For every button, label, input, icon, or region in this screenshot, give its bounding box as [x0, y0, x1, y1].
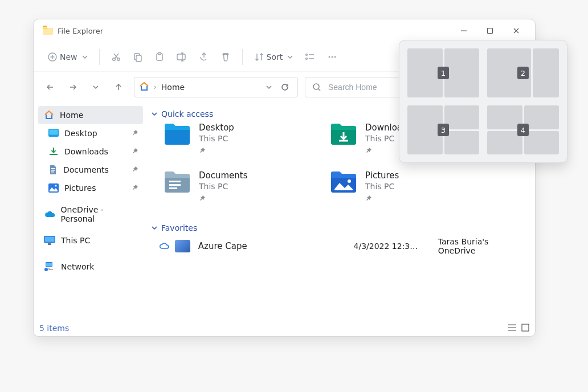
cut-button[interactable]: [105, 47, 127, 67]
forward-button[interactable]: [64, 79, 81, 96]
tile-desktop[interactable]: Desktop This PC: [164, 122, 323, 165]
title-bar: File Explorer: [34, 19, 535, 42]
pin-icon: [199, 146, 234, 156]
svg-rect-1: [488, 28, 493, 34]
sidebar-item-pictures[interactable]: Pictures: [38, 179, 143, 197]
svg-rect-9: [177, 54, 185, 60]
details-view-button[interactable]: [508, 324, 517, 333]
share-button[interactable]: [193, 47, 215, 67]
download-icon: [48, 147, 59, 156]
svg-point-32: [348, 179, 351, 183]
sort-button[interactable]: Sort: [248, 47, 299, 67]
new-button[interactable]: New: [42, 47, 93, 67]
sidebar-item-home[interactable]: Home: [38, 106, 143, 124]
svg-rect-31: [169, 187, 177, 189]
status-text: 5 items: [39, 324, 69, 333]
window-title: File Explorer: [58, 27, 103, 35]
snap-layout-1[interactable]: 1: [407, 48, 479, 97]
svg-rect-33: [522, 324, 529, 331]
favorite-thumbnail: [175, 240, 190, 252]
svg-point-10: [306, 54, 308, 55]
breadcrumb-home[interactable]: Home: [161, 83, 261, 92]
svg-point-15: [313, 84, 319, 89]
back-button[interactable]: [42, 79, 59, 96]
more-button[interactable]: [321, 47, 343, 67]
home-icon: [44, 110, 54, 120]
pin-icon: [199, 194, 248, 203]
refresh-button[interactable]: [277, 79, 293, 95]
copy-button[interactable]: [127, 47, 149, 67]
delete-button[interactable]: [215, 47, 236, 67]
svg-rect-25: [48, 243, 51, 245]
breadcrumb-separator: ›: [154, 83, 157, 91]
svg-rect-29: [169, 181, 181, 182]
svg-rect-20: [51, 172, 54, 173]
pin-icon: [365, 194, 399, 203]
svg-point-22: [55, 185, 56, 186]
sidebar-item-documents[interactable]: Documents: [38, 161, 143, 179]
network-icon: [44, 262, 55, 271]
sidebar-item-network[interactable]: Network: [38, 258, 143, 276]
sidebar-item-this-pc[interactable]: This PC: [38, 231, 143, 250]
status-bar: 5 items: [34, 320, 535, 336]
search-icon: [312, 83, 321, 92]
sidebar-item-desktop[interactable]: Desktop: [38, 124, 143, 142]
favorite-item[interactable]: Azure Cape 4/3/2022 12:3… Taras Buria's …: [159, 237, 525, 255]
large-icons-view-button[interactable]: [521, 324, 529, 333]
address-bar[interactable]: › Home: [134, 77, 298, 97]
snap-layout-4[interactable]: 4: [487, 105, 559, 154]
minimize-button[interactable]: [451, 22, 477, 40]
group-header-favorites[interactable]: Favorites: [151, 223, 525, 232]
svg-rect-19: [51, 170, 55, 171]
svg-point-28: [44, 268, 48, 271]
folder-downloads-icon: [330, 122, 357, 146]
onedrive-icon: [44, 210, 55, 218]
maximize-button[interactable]: [477, 22, 503, 40]
sidebar-item-onedrive[interactable]: OneDrive - Personal: [38, 205, 143, 223]
svg-point-11: [306, 58, 308, 59]
svg-rect-30: [169, 184, 181, 186]
chevron-down-icon: [151, 111, 158, 117]
svg-rect-18: [51, 168, 55, 169]
cloud-status-icon: [159, 242, 169, 251]
documents-icon: [48, 165, 58, 175]
svg-rect-27: [46, 263, 52, 266]
pictures-icon: [48, 183, 59, 193]
tile-pictures[interactable]: Pictures This PC: [330, 170, 489, 213]
app-icon: [43, 26, 53, 36]
view-options-button[interactable]: [299, 47, 321, 67]
monitor-icon: [44, 236, 55, 245]
chevron-down-icon: [151, 224, 158, 231]
close-button[interactable]: [503, 22, 529, 40]
home-icon: [139, 81, 149, 93]
svg-point-13: [332, 56, 333, 58]
paste-button[interactable]: [149, 47, 170, 67]
address-dropdown[interactable]: [261, 79, 277, 95]
svg-rect-8: [158, 52, 161, 54]
rename-button[interactable]: [170, 47, 193, 67]
snap-layout-3[interactable]: 3: [407, 105, 479, 154]
svg-rect-24: [45, 237, 55, 242]
navigation-pane: Home Desktop Downloads Documents Picture…: [34, 103, 143, 320]
svg-point-12: [329, 56, 330, 58]
folder-pictures-icon: [330, 170, 357, 194]
recent-locations-button[interactable]: [87, 79, 104, 96]
pin-icon: [132, 129, 138, 138]
pin-icon: [132, 183, 138, 193]
pin-icon: [132, 165, 138, 174]
svg-rect-6: [136, 55, 141, 62]
snap-layouts-flyout: 1 2 3 4: [399, 40, 567, 163]
svg-rect-17: [50, 130, 58, 135]
sidebar-item-downloads[interactable]: Downloads: [38, 142, 143, 161]
folder-desktop-icon: [164, 122, 191, 146]
svg-rect-0: [43, 29, 53, 35]
snap-layout-2[interactable]: 2: [487, 48, 559, 97]
svg-point-14: [334, 56, 336, 58]
desktop-icon: [48, 129, 59, 138]
tile-documents[interactable]: Documents This PC: [164, 170, 323, 213]
pin-icon: [132, 147, 138, 156]
folder-documents-icon: [164, 170, 191, 194]
up-button[interactable]: [110, 79, 127, 96]
